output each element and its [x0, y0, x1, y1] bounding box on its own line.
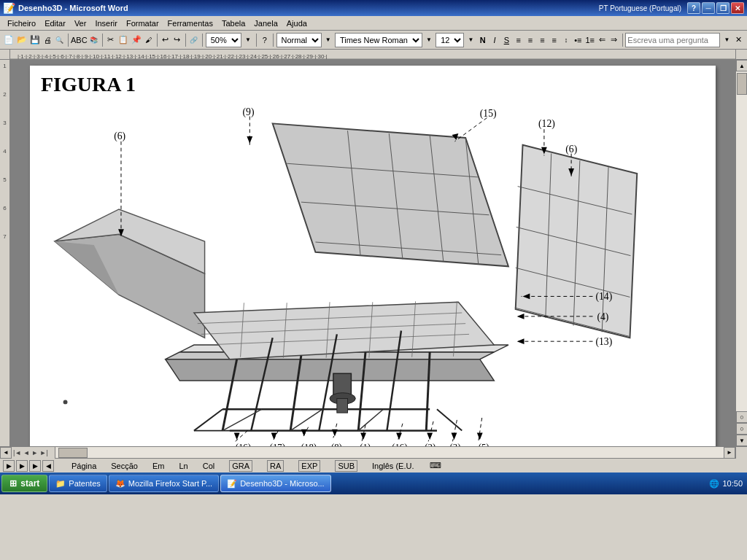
format-painter-button[interactable]: 🖌	[144, 33, 154, 47]
hyperlink-button[interactable]: 🔗	[189, 33, 199, 47]
menu-tabela[interactable]: Tabela	[217, 18, 249, 29]
restore-button[interactable]: ❐	[716, 2, 729, 14]
svg-text:(8): (8)	[331, 442, 342, 446]
italic-button[interactable]: I	[489, 33, 500, 47]
svg-text:(12): (12)	[538, 118, 555, 130]
ruler-corner	[0, 50, 10, 60]
menu-editar[interactable]: Editar	[40, 18, 70, 29]
cut-button[interactable]: ✂	[105, 33, 115, 47]
zoom-arrow[interactable]: ▼	[243, 33, 253, 47]
align-left-button[interactable]: ≡	[514, 33, 524, 47]
menu-formatar[interactable]: Formatar	[122, 18, 163, 29]
style-select[interactable]: Normal	[276, 33, 322, 47]
minimize-button[interactable]: ─	[702, 2, 715, 14]
vertical-scrollbar[interactable]: ▲ ○ ○ ▼	[735, 60, 747, 446]
status-keyboard-icon: ⌨	[428, 460, 443, 472]
svg-marker-66	[517, 338, 525, 344]
paste-button[interactable]: 📌	[131, 33, 142, 47]
scroll-up-button[interactable]: ▲	[736, 60, 747, 71]
status-icon-2[interactable]: ▶	[16, 460, 28, 472]
start-button[interactable]: ⊞ start	[1, 475, 47, 492]
horizontal-scrollbar[interactable]: ◄ |◄ ◄ ► ►| ►	[0, 446, 747, 458]
hscroll-thumb[interactable]	[58, 448, 88, 458]
research-button[interactable]: 📚	[88, 33, 98, 47]
toolbar-separator-1	[68, 34, 69, 47]
status-icon-1[interactable]: ▶	[3, 460, 15, 472]
ruler-numbers: |·1·|·2·|·3·|·4·|·5·|·6·|·7·|·8·|·9·|·10…	[10, 50, 735, 60]
size-arrow[interactable]: ▼	[465, 33, 476, 47]
menu-janela[interactable]: Janela	[249, 18, 282, 29]
search-input[interactable]	[625, 33, 720, 47]
scroll-track	[736, 71, 747, 411]
taskbar-patentes-label: Patentes	[69, 479, 100, 488]
bold-button[interactable]: N	[478, 33, 488, 47]
size-select[interactable]: 12	[436, 33, 464, 47]
svg-text:(6): (6)	[114, 131, 125, 142]
title-bar-controls[interactable]: PT Portuguese (Portugal) ? ─ ❐ ✕	[599, 2, 744, 14]
svg-line-77	[398, 424, 403, 441]
menu-ajuda[interactable]: Ajuda	[282, 18, 311, 29]
svg-marker-72	[301, 429, 307, 437]
search-close[interactable]: ✕	[734, 33, 744, 47]
svg-text:(13): (13)	[595, 336, 612, 348]
scroll-down-button[interactable]: ▼	[736, 435, 747, 446]
hscroll-track	[55, 447, 724, 458]
toolbar-standard: 📄 📂 💾 🖨 🔍 ABC 📚 ✂ 📋 📌 🖌 ↩ ↪ 🔗 50% ▼ ? No…	[0, 31, 747, 50]
statusbar-icons: ▶ ▶ ▶ ◀	[3, 460, 54, 472]
list-bullet-button[interactable]: •≡	[573, 33, 583, 47]
help-button[interactable]: ?	[687, 2, 700, 14]
print-preview-button[interactable]: 🔍	[54, 33, 64, 47]
svg-marker-80	[427, 433, 433, 440]
print-button[interactable]: 🖨	[42, 33, 53, 47]
status-icon-3[interactable]: ▶	[29, 460, 41, 472]
taskbar: ⊞ start 📁 Patentes 🦊 Mozilla Firefox Sta…	[0, 472, 747, 494]
underline-button[interactable]: S	[501, 33, 511, 47]
zoom-select[interactable]: 50%	[206, 33, 241, 47]
open-button[interactable]: 📂	[16, 33, 28, 47]
menu-ver[interactable]: Ver	[70, 18, 91, 29]
status-bar: ▶ ▶ ▶ ◀ Página Secção Em Ln Col GRA RA E…	[0, 458, 747, 472]
font-arrow[interactable]: ▼	[424, 33, 434, 47]
svg-line-43	[437, 409, 462, 430]
taskbar-word[interactable]: 📝 Desenho3D - Microso...	[220, 475, 331, 492]
menu-inserir[interactable]: Inserir	[90, 18, 122, 29]
search-arrow[interactable]: ▼	[721, 33, 732, 47]
help-toolbar-button[interactable]: ?	[260, 33, 270, 47]
redo-button[interactable]: ↪	[172, 33, 182, 47]
svg-text:(18): (18)	[301, 442, 317, 446]
menu-ferramentas[interactable]: Ferramentas	[163, 18, 217, 29]
start-label: start	[20, 478, 39, 489]
indent-more-button[interactable]: ⇒	[608, 33, 619, 47]
indent-less-button[interactable]: ⇐	[597, 33, 607, 47]
close-button[interactable]: ✕	[731, 2, 744, 14]
scroll-page-down[interactable]: ○	[736, 423, 747, 435]
line-spacing-button[interactable]: ↕	[561, 33, 571, 47]
scroll-left-button[interactable]: ◄	[0, 447, 12, 459]
toolbar-separator-7	[273, 34, 274, 47]
menu-ficheiro[interactable]: Ficheiro	[3, 18, 40, 29]
taskbar-firefox[interactable]: 🦊 Mozilla Firefox Start P...	[109, 475, 219, 492]
svg-line-42	[194, 409, 222, 430]
toolbar-separator-2	[102, 34, 103, 47]
svg-marker-84	[477, 433, 483, 440]
copy-button[interactable]: 📋	[117, 33, 129, 47]
svg-text:(9): (9)	[243, 106, 255, 118]
scroll-right-button[interactable]: ►	[724, 447, 735, 459]
new-button[interactable]: 📄	[3, 33, 15, 47]
save-button[interactable]: 💾	[29, 33, 41, 47]
list-number-button[interactable]: 1≡	[584, 33, 595, 47]
style-arrow[interactable]: ▼	[323, 33, 333, 47]
align-right-button[interactable]: ≡	[537, 33, 547, 47]
status-icon-4[interactable]: ◀	[42, 460, 54, 472]
align-justify-button[interactable]: ≡	[549, 33, 560, 47]
svg-marker-82	[452, 433, 457, 440]
taskbar-patentes[interactable]: 📁 Patentes	[49, 475, 107, 492]
scroll-page-up[interactable]: ○	[736, 411, 747, 423]
font-select[interactable]: Times New Roman	[335, 33, 422, 47]
spell-button[interactable]: ABC	[71, 33, 87, 47]
undo-button[interactable]: ↩	[160, 33, 170, 47]
scroll-thumb[interactable]	[737, 73, 747, 95]
align-center-button[interactable]: ≡	[525, 33, 535, 47]
svg-line-55	[454, 118, 487, 141]
tab-scroll-icons[interactable]: |◄ ◄ ► ►|	[13, 449, 48, 456]
